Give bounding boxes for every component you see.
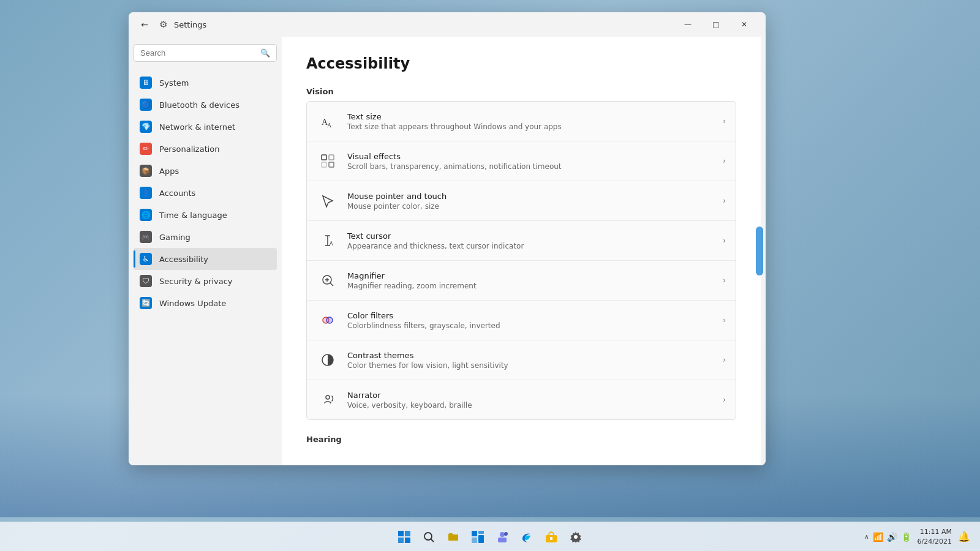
wifi-icon[interactable]: 📶 xyxy=(873,532,883,542)
sidebar-item-apps[interactable]: 📦 Apps xyxy=(134,160,277,182)
sidebar-label-personalization: Personalization xyxy=(159,144,220,154)
svg-point-16 xyxy=(326,317,333,323)
svg-text:A: A xyxy=(327,122,332,129)
visual-effects-icon xyxy=(317,150,339,172)
search-icon: 🔍 xyxy=(260,48,270,58)
settings-item-text-cursor-text: Text cursor Appearance and thickness, te… xyxy=(347,231,723,250)
magnifier-desc: Magnifier reading, zoom increment xyxy=(347,282,723,290)
contrast-themes-title: Contrast themes xyxy=(347,351,723,360)
personalization-icon: ✏ xyxy=(140,143,152,155)
settings-item-narrator[interactable]: Narrator Voice, verbosity, keyboard, bra… xyxy=(307,380,736,419)
sidebar-item-gaming[interactable]: 🎮 Gaming xyxy=(134,226,277,248)
svg-rect-25 xyxy=(472,531,477,536)
svg-line-24 xyxy=(431,539,434,542)
sidebar-item-accounts[interactable]: 👤 Accounts xyxy=(134,182,277,204)
visual-effects-title: Visual effects xyxy=(347,152,723,161)
sidebar-nav: 🖥 System 🔵 Bluetooth & devices 💎 Network… xyxy=(134,72,277,314)
taskbar-widgets-button[interactable] xyxy=(467,526,489,548)
settings-item-color-filters-text: Color filters Colorblindness filters, gr… xyxy=(347,311,723,330)
titlebar: ← ⚙ Settings — □ ✕ xyxy=(129,12,766,37)
svg-rect-27 xyxy=(472,538,477,543)
sidebar-item-time[interactable]: 🌐 Time & language xyxy=(134,204,277,226)
mouse-pointer-chevron: › xyxy=(723,197,726,205)
taskbar-clock[interactable]: 11:11 AM 6/24/2021 xyxy=(918,527,952,546)
text-cursor-icon: A xyxy=(317,230,339,252)
window-body: 🔍 🖥 System 🔵 Bluetooth & devices 💎 Netwo… xyxy=(129,37,766,465)
volume-icon[interactable]: 🔊 xyxy=(887,532,897,542)
sidebar-item-network[interactable]: 💎 Network & internet xyxy=(134,116,277,138)
settings-item-color-filters[interactable]: Color filters Colorblindness filters, gr… xyxy=(307,301,736,340)
notification-icon[interactable]: 🔔 xyxy=(958,531,970,542)
taskbar-search-button[interactable] xyxy=(418,526,440,548)
svg-rect-5 xyxy=(329,162,334,167)
close-button[interactable]: ✕ xyxy=(730,15,758,34)
svg-point-31 xyxy=(504,532,508,536)
magnifier-title: Magnifier xyxy=(347,271,723,280)
svg-rect-22 xyxy=(405,538,410,543)
scrollbar-track[interactable] xyxy=(761,37,766,465)
sidebar-label-accessibility: Accessibility xyxy=(159,255,208,264)
maximize-button[interactable]: □ xyxy=(702,15,730,34)
settings-item-visual-effects-text: Visual effects Scroll bars, transparency… xyxy=(347,152,723,171)
titlebar-left: ← ⚙ Settings xyxy=(136,16,674,33)
sidebar-item-update[interactable]: 🔄 Windows Update xyxy=(134,292,277,314)
settings-window: ← ⚙ Settings — □ ✕ 🔍 🖥 System 🔵 xyxy=(129,12,766,465)
svg-rect-21 xyxy=(398,538,404,543)
sidebar-item-accessibility[interactable]: ♿ Accessibility xyxy=(134,248,277,270)
text-cursor-chevron: › xyxy=(723,236,726,245)
contrast-themes-desc: Color themes for low vision, light sensi… xyxy=(347,361,723,370)
settings-item-magnifier[interactable]: Magnifier Magnifier reading, zoom increm… xyxy=(307,261,736,301)
sidebar-item-personalization[interactable]: ✏ Personalization xyxy=(134,138,277,160)
accounts-icon: 👤 xyxy=(140,187,152,199)
taskbar-start-button[interactable] xyxy=(393,526,415,548)
time-icon: 🌐 xyxy=(140,209,152,221)
taskbar-chevron-icon[interactable]: ∧ xyxy=(864,533,869,540)
svg-point-35 xyxy=(574,535,578,539)
sidebar-item-system[interactable]: 🖥 System xyxy=(134,72,277,94)
visual-effects-desc: Scroll bars, transparency, animations, n… xyxy=(347,162,723,171)
section-label-vision: Vision xyxy=(306,87,736,96)
search-input[interactable] xyxy=(140,48,257,58)
taskbar-store-button[interactable] xyxy=(540,526,562,548)
settings-item-contrast-themes[interactable]: Contrast themes Color themes for low vis… xyxy=(307,340,736,380)
settings-item-contrast-themes-text: Contrast themes Color themes for low vis… xyxy=(347,351,723,370)
sidebar-item-bluetooth[interactable]: 🔵 Bluetooth & devices xyxy=(134,94,277,116)
taskbar-system-tray[interactable]: ∧ 📶 🔊 🔋 xyxy=(864,532,911,542)
settings-item-text-cursor[interactable]: A Text cursor Appearance and thickness, … xyxy=(307,221,736,261)
svg-rect-20 xyxy=(405,531,410,536)
section-label-hearing: Hearing xyxy=(306,435,736,444)
settings-item-mouse-pointer-text: Mouse pointer and touch Mouse pointer co… xyxy=(347,192,723,211)
battery-icon[interactable]: 🔋 xyxy=(901,532,911,542)
minimize-button[interactable]: — xyxy=(674,15,702,34)
svg-rect-2 xyxy=(322,155,326,160)
svg-line-12 xyxy=(330,283,333,286)
svg-rect-33 xyxy=(550,537,552,540)
svg-rect-28 xyxy=(478,535,484,543)
svg-rect-30 xyxy=(498,538,507,542)
settings-item-mouse-pointer[interactable]: Mouse pointer and touch Mouse pointer co… xyxy=(307,181,736,221)
mouse-pointer-title: Mouse pointer and touch xyxy=(347,192,723,201)
settings-item-visual-effects[interactable]: Visual effects Scroll bars, transparency… xyxy=(307,141,736,181)
mouse-pointer-desc: Mouse pointer color, size xyxy=(347,202,723,211)
sidebar-label-time: Time & language xyxy=(159,211,227,220)
taskbar-teams-button[interactable] xyxy=(491,526,513,548)
text-size-title: Text size xyxy=(347,112,723,121)
sidebar-item-security[interactable]: 🛡 Security & privacy xyxy=(134,270,277,292)
apps-icon: 📦 xyxy=(140,165,152,177)
back-button[interactable]: ← xyxy=(136,16,153,33)
color-filters-chevron: › xyxy=(723,316,726,324)
narrator-title: Narrator xyxy=(347,391,723,400)
sidebar-label-system: System xyxy=(159,78,189,88)
narrator-icon xyxy=(317,389,339,411)
mouse-pointer-icon xyxy=(317,190,339,212)
taskbar-settings-button[interactable] xyxy=(565,526,587,548)
color-filters-title: Color filters xyxy=(347,311,723,320)
taskbar-file-explorer-button[interactable] xyxy=(442,526,464,548)
vision-settings-list: AA Text size Text size that appears thro… xyxy=(306,101,736,420)
search-box[interactable]: 🔍 xyxy=(134,44,277,62)
settings-item-text-size[interactable]: AA Text size Text size that appears thro… xyxy=(307,102,736,141)
scrollbar-thumb[interactable] xyxy=(756,227,763,276)
sidebar-label-apps: Apps xyxy=(159,167,179,176)
taskbar-edge-button[interactable] xyxy=(516,526,538,548)
settings-item-magnifier-text: Magnifier Magnifier reading, zoom increm… xyxy=(347,271,723,290)
